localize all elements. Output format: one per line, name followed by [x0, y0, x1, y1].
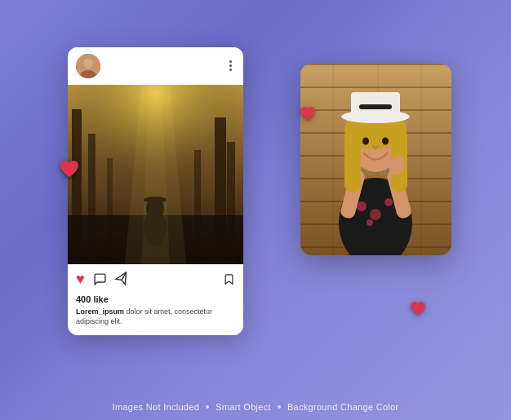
svg-rect-21 — [300, 86, 451, 88]
avatar-image — [76, 54, 100, 78]
svg-rect-20 — [300, 64, 451, 65]
likes-count: 400 like — [68, 294, 243, 307]
photo-background — [300, 64, 451, 255]
svg-rect-41 — [359, 104, 392, 109]
comment-button[interactable] — [93, 272, 107, 286]
left-actions: ♥ — [76, 271, 129, 288]
avatar — [76, 54, 100, 78]
instagram-card: ♥ 400 like Lorem_ipsum dolor sit amet, c… — [68, 47, 243, 335]
footer-text1: Images Not Included — [113, 402, 200, 412]
post-image — [68, 85, 243, 264]
bookmark-button[interactable] — [223, 272, 235, 286]
svg-point-42 — [362, 137, 369, 144]
caption-username: Lorem_ipsum — [76, 307, 124, 316]
floating-heart-bottom-right — [409, 299, 427, 321]
photo-svg — [300, 64, 451, 255]
svg-point-1 — [83, 59, 93, 69]
svg-point-45 — [370, 209, 381, 220]
caption: Lorem_ipsum dolor sit amet, consectetur … — [68, 307, 243, 335]
svg-point-46 — [384, 198, 393, 206]
svg-rect-37 — [344, 127, 361, 192]
like-button[interactable]: ♥ — [76, 271, 85, 288]
footer-text3: Background Change Color — [287, 402, 399, 412]
main-scene: ♥ 400 like Lorem_ipsum dolor sit amet, c… — [51, 39, 460, 382]
card-header — [68, 47, 243, 85]
share-button[interactable] — [113, 271, 131, 288]
svg-point-43 — [382, 137, 389, 144]
footer-text2: Smart Object — [216, 402, 271, 412]
svg-point-44 — [357, 201, 367, 211]
avatar-svg — [76, 54, 100, 78]
svg-point-47 — [367, 219, 373, 226]
forest-svg — [68, 85, 243, 264]
card-actions: ♥ — [68, 264, 243, 294]
photo-card — [300, 64, 451, 255]
more-options-button[interactable] — [226, 57, 235, 74]
dot3 — [229, 69, 232, 71]
dot1 — [229, 60, 232, 63]
footer: Images Not Included Smart Object Backgro… — [0, 402, 511, 412]
footer-dot2 — [278, 405, 281, 409]
dot2 — [229, 64, 232, 67]
footer-dot1 — [206, 405, 209, 409]
heart-icon-bottom-right — [409, 299, 427, 317]
